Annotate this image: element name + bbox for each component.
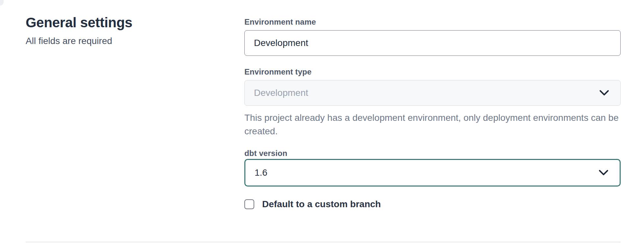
help-line-2: created. <box>244 124 621 138</box>
chevron-down-icon <box>599 90 609 96</box>
environment-name-input[interactable] <box>244 30 621 56</box>
environment-type-value: Development <box>254 88 308 98</box>
custom-branch-label[interactable]: Default to a custom branch <box>262 199 381 210</box>
dbt-version-select[interactable]: 1.6 <box>244 159 621 187</box>
environment-type-select: Development <box>244 80 621 106</box>
custom-branch-row: Default to a custom branch <box>244 199 621 210</box>
section-divider <box>26 242 621 242</box>
custom-branch-checkbox[interactable] <box>244 199 254 209</box>
dbt-version-label: dbt version <box>244 148 621 158</box>
environment-type-label: Environment type <box>244 67 621 77</box>
environment-type-help: This project already has a development e… <box>244 111 621 138</box>
page-title: General settings <box>26 14 210 31</box>
chevron-down-icon <box>599 170 608 176</box>
general-settings-form: Environment name Environment type Develo… <box>244 17 621 210</box>
dbt-version-value: 1.6 <box>255 167 267 178</box>
environment-name-label: Environment name <box>244 17 621 27</box>
page-subtitle: All fields are required <box>26 35 210 47</box>
panel-corner-accent <box>0 0 4 6</box>
help-line-1: This project already has a development e… <box>244 111 621 124</box>
section-header: General settings All fields are required <box>26 14 210 47</box>
